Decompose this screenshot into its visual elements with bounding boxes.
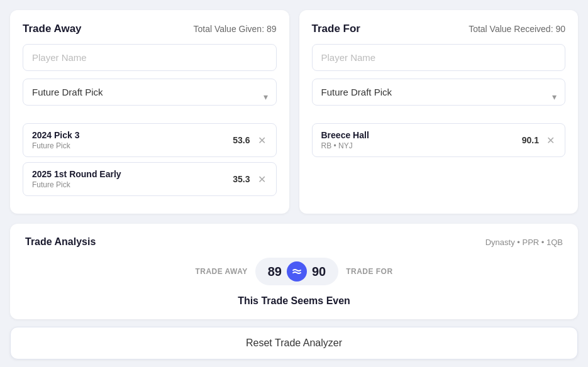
trade-away-item-1: 2025 1st Round Early Future Pick 35.3 ✕: [23, 162, 277, 196]
trade-for-label: TRADE FOR: [346, 267, 392, 276]
trade-for-dropdown[interactable]: Future Draft Pick: [312, 79, 566, 106]
remove-pick-1[interactable]: ✕: [257, 172, 267, 187]
trade-for-pick-name-0: Breece Hall: [321, 130, 369, 140]
trade-away-dropdown-wrapper: Future Draft Pick ▾: [23, 79, 277, 114]
analysis-title: Trade Analysis: [25, 236, 96, 248]
trade-away-header: Trade Away Total Value Given: 89: [23, 23, 277, 35]
remove-pick-0[interactable]: ✕: [257, 133, 267, 148]
reset-button[interactable]: Reset Trade Analyzer: [10, 327, 578, 359]
trade-for-pick-right-0: 90.1 ✕: [522, 133, 556, 148]
pick-right-0: 53.6 ✕: [233, 133, 267, 148]
remove-trade-for-pick-0[interactable]: ✕: [545, 133, 556, 148]
pick-info-0: 2024 Pick 3 Future Pick: [32, 130, 80, 150]
analysis-meta: Dynasty • PPR • 1QB: [485, 238, 563, 247]
analysis-header: Trade Analysis Dynasty • PPR • 1QB: [25, 236, 563, 248]
approximately-equal-icon: [287, 261, 307, 282]
trade-away-title: Trade Away: [23, 23, 82, 35]
score-left: 89: [268, 265, 282, 279]
pick-name-1: 2025 1st Round Early: [32, 169, 121, 179]
trade-for-pick-info-0: Breece Hall RB • NYJ: [321, 130, 369, 150]
pick-value-1: 35.3: [233, 174, 250, 184]
pick-name-0: 2024 Pick 3: [32, 130, 80, 140]
trade-for-header: Trade For Total Value Received: 90: [312, 23, 566, 35]
trade-away-label: TRADE AWAY: [195, 267, 247, 276]
trade-for-value: Total Value Received: 90: [469, 24, 565, 34]
trade-bar-row: TRADE AWAY 89 90 TRADE FOR: [25, 258, 563, 285]
trade-away-value: Total Value Given: 89: [193, 24, 276, 34]
score-right: 90: [312, 265, 326, 279]
trade-verdict: This Trade Seems Even: [25, 295, 563, 307]
trade-away-item-0: 2024 Pick 3 Future Pick 53.6 ✕: [23, 123, 277, 157]
pick-sub-0: Future Pick: [32, 141, 80, 150]
trade-for-panel: Trade For Total Value Received: 90 Futur…: [299, 10, 579, 214]
trade-away-panel: Trade Away Total Value Given: 89 Future …: [10, 10, 289, 214]
trade-away-dropdown[interactable]: Future Draft Pick: [23, 79, 277, 106]
pick-info-1: 2025 1st Round Early Future Pick: [32, 169, 121, 189]
trade-for-pick-value-0: 90.1: [522, 135, 539, 145]
trade-for-title: Trade For: [312, 23, 360, 35]
trade-for-dropdown-wrapper: Future Draft Pick ▾: [312, 79, 566, 114]
trade-for-player-input[interactable]: [312, 44, 566, 71]
trade-for-item-0: Breece Hall RB • NYJ 90.1 ✕: [312, 123, 566, 157]
pick-right-1: 35.3 ✕: [233, 172, 267, 187]
analysis-panel: Trade Analysis Dynasty • PPR • 1QB TRADE…: [10, 224, 578, 319]
trade-for-pick-sub-0: RB • NYJ: [321, 141, 369, 150]
trade-away-player-input[interactable]: [23, 44, 277, 71]
pick-value-0: 53.6: [233, 135, 250, 145]
trade-score-bar: 89 90: [255, 258, 339, 285]
pick-sub-1: Future Pick: [32, 180, 121, 189]
